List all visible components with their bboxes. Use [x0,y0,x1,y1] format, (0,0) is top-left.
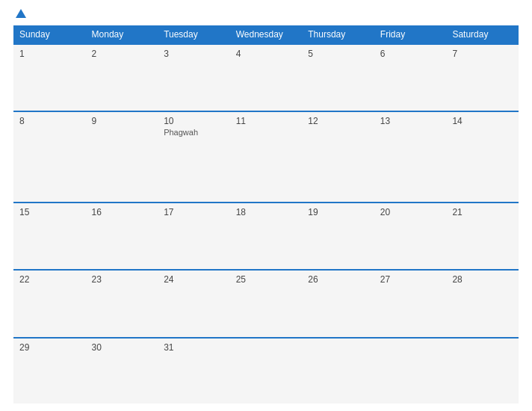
day-number: 14 [452,116,513,126]
day-cell: 27 [374,270,447,337]
day-number: 31 [164,342,224,353]
day-cell: 28 [446,270,519,337]
day-cell: 22 [13,270,86,337]
day-cell: 21 [446,203,519,270]
day-cell: 14 [446,111,519,202]
day-number: 24 [164,274,224,285]
day-cell: 25 [230,270,303,337]
logo-triangle-icon [16,9,26,18]
day-cell: 12 [302,111,374,202]
day-number: 20 [380,207,441,217]
day-number: 4 [236,49,297,59]
day-cell: 6 [374,44,447,111]
day-number: 7 [452,49,513,59]
day-number: 19 [308,207,368,217]
day-number: 12 [308,116,368,126]
day-number: 26 [308,274,368,285]
day-cell: 23 [86,270,158,337]
day-cell: 26 [302,270,374,337]
day-cell: 31 [158,338,230,404]
weekday-header-monday: Monday [86,25,158,44]
logo [15,7,27,21]
week-row-4: 22232425262728 [13,270,519,337]
day-cell: 2 [86,44,158,111]
day-number: 21 [452,207,513,217]
day-cell: 1 [13,44,86,111]
day-number: 5 [308,49,368,59]
day-cell: 17 [158,203,230,270]
day-number: 27 [380,274,441,285]
day-number: 25 [236,274,297,285]
day-number: 30 [92,342,152,353]
day-number: 16 [92,207,152,217]
day-number: 22 [19,274,80,285]
event-label: Phagwah [164,128,224,137]
day-cell [230,338,303,404]
weekday-header-wednesday: Wednesday [230,25,303,44]
day-cell: 15 [13,203,86,270]
day-number: 29 [19,342,80,353]
day-cell: 13 [374,111,447,202]
day-cell: 4 [230,44,303,111]
week-row-2: 8910Phagwah11121314 [13,111,519,202]
day-number: 17 [164,207,224,217]
day-cell: 19 [302,203,374,270]
day-cell: 18 [230,203,303,270]
weekday-header-thursday: Thursday [302,25,374,44]
day-number: 13 [380,116,441,126]
header [13,7,519,21]
day-cell [446,338,519,404]
day-cell: 24 [158,270,230,337]
day-number: 2 [92,49,152,59]
day-number: 10 [164,116,224,126]
day-number: 3 [164,49,224,59]
day-number: 9 [92,116,152,126]
day-number: 11 [236,116,297,126]
week-row-1: 1234567 [13,44,519,111]
day-cell: 7 [446,44,519,111]
weekday-header-sunday: Sunday [13,25,86,44]
day-cell: 29 [13,338,86,404]
day-number: 23 [92,274,152,285]
day-number: 18 [236,207,297,217]
day-number: 28 [452,274,513,285]
day-number: 1 [19,49,80,59]
calendar-page: SundayMondayTuesdayWednesdayThursdayFrid… [0,0,532,411]
day-cell: 3 [158,44,230,111]
day-cell: 5 [302,44,374,111]
day-number: 8 [19,116,80,126]
week-row-3: 15161718192021 [13,203,519,270]
day-number: 15 [19,207,80,217]
day-cell: 9 [86,111,158,202]
day-cell: 30 [86,338,158,404]
weekday-header-tuesday: Tuesday [158,25,230,44]
calendar-table: SundayMondayTuesdayWednesdayThursdayFrid… [13,25,519,404]
day-cell [374,338,447,404]
day-cell: 16 [86,203,158,270]
weekday-header-row: SundayMondayTuesdayWednesdayThursdayFrid… [13,25,519,44]
day-cell: 10Phagwah [158,111,230,202]
week-row-5: 293031 [13,338,519,404]
weekday-header-saturday: Saturday [446,25,519,44]
day-cell: 20 [374,203,447,270]
day-number: 6 [380,49,441,59]
day-cell: 11 [230,111,303,202]
day-cell [302,338,374,404]
weekday-header-friday: Friday [374,25,447,44]
day-cell: 8 [13,111,86,202]
